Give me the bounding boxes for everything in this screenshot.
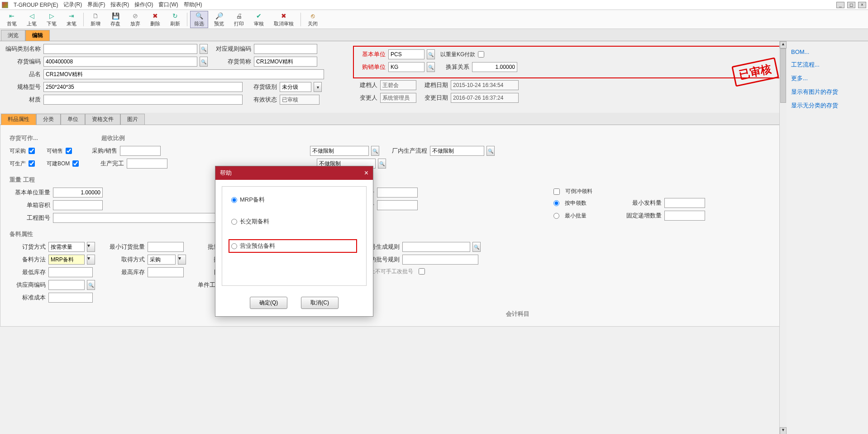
base-unit-lookup-icon[interactable]: 🔍: [427, 49, 435, 59]
get-mode-input[interactable]: [148, 255, 176, 265]
subtab-image[interactable]: 图片: [120, 114, 145, 125]
toolbar-下笔[interactable]: ▷下笔: [43, 11, 61, 28]
toolbar-上笔[interactable]: ◁上笔: [23, 11, 41, 28]
scroll-up-icon[interactable]: ▲: [780, 41, 787, 48]
toolbar-末笔[interactable]: ⇥末笔: [62, 11, 81, 28]
modal-close-icon[interactable]: ×: [364, 169, 368, 177]
min-order-input[interactable]: [148, 242, 184, 252]
min-stock-input[interactable]: [48, 267, 93, 277]
subtab-category[interactable]: 分类: [36, 114, 61, 125]
toolbar-刷新[interactable]: ↻刷新: [166, 11, 184, 28]
std-cost-input[interactable]: [48, 293, 93, 303]
max-stock-input[interactable]: [148, 267, 184, 277]
supplier-input[interactable]: [48, 280, 85, 290]
level-lookup-icon[interactable]: ▾: [314, 82, 322, 92]
factory-flow-input[interactable]: [430, 146, 484, 156]
order-mode-dropdown-icon[interactable]: ▾: [87, 242, 95, 252]
subtab-qual[interactable]: 资格文件: [85, 114, 120, 125]
by-apply-radio[interactable]: [553, 200, 559, 206]
purchase-sale-input[interactable]: [120, 146, 161, 156]
menu-record[interactable]: 记录(R): [63, 1, 82, 9]
name-input[interactable]: [43, 69, 324, 79]
limit2-lookup-icon[interactable]: 🔍: [378, 159, 386, 169]
sale-unit-lookup-icon[interactable]: 🔍: [427, 62, 435, 72]
stock-code-input[interactable]: [43, 57, 197, 67]
barcode-input[interactable]: [377, 200, 418, 210]
restore-button[interactable]: ◻: [847, 2, 855, 8]
toolbar-审核[interactable]: ✔审核: [250, 11, 268, 28]
can-reverse-checkbox[interactable]: [553, 188, 560, 195]
menu-op[interactable]: 操作(O): [134, 1, 153, 9]
sellable-checkbox[interactable]: [66, 148, 72, 154]
prep-method-input[interactable]: [48, 255, 85, 265]
batch-rule-lookup-icon[interactable]: 🔍: [472, 242, 481, 252]
weight-pay-checkbox[interactable]: [478, 51, 484, 58]
menu-report[interactable]: 报表(R): [110, 1, 129, 9]
subtab-unit[interactable]: 单位: [61, 114, 85, 125]
toolbar-关闭[interactable]: ⎋关闭: [304, 11, 322, 28]
stock-abbr-input[interactable]: [254, 57, 317, 67]
toolbar-删除[interactable]: ✖删除: [146, 11, 164, 28]
prep-method-dropdown-icon[interactable]: ▾: [87, 255, 95, 265]
link-process[interactable]: 工艺流程...: [791, 58, 863, 72]
tab-edit[interactable]: 编辑: [25, 30, 50, 41]
toolbar-首笔[interactable]: ⇤首笔: [3, 11, 21, 28]
rule-code-input[interactable]: [254, 44, 317, 54]
toolbar-预览[interactable]: 🔎预览: [210, 11, 228, 28]
scroll-down-icon[interactable]: ▼: [780, 427, 787, 434]
toolbar-新增[interactable]: 🗋新增: [86, 11, 105, 28]
box-vol-input[interactable]: [53, 200, 103, 210]
toolbar-取消审核[interactable]: ✖取消审核: [270, 11, 298, 28]
minimize-button[interactable]: _: [836, 2, 844, 8]
factory-flow-lookup-icon[interactable]: 🔍: [486, 146, 495, 156]
level-input[interactable]: [280, 82, 311, 92]
by-batch-radio[interactable]: [553, 213, 559, 219]
menu-window[interactable]: 窗口(W): [158, 1, 178, 9]
material-input[interactable]: [43, 95, 243, 105]
batch-rule-input[interactable]: [402, 242, 470, 252]
scrollbar[interactable]: ▲ ▼: [779, 41, 787, 434]
customs-input[interactable]: [377, 188, 418, 198]
supplier-lookup-icon[interactable]: 🔍: [87, 280, 95, 290]
modal-cancel-button[interactable]: 取消(C): [301, 297, 339, 309]
tab-browse[interactable]: 浏览: [1, 30, 25, 41]
toolbar-筛选[interactable]: 🔍筛选: [190, 11, 208, 28]
spec-input[interactable]: [43, 82, 243, 92]
toolbar-打印[interactable]: 🖨打印: [230, 11, 248, 28]
link-bom[interactable]: BOM...: [791, 46, 863, 58]
producible-checkbox[interactable]: [29, 160, 35, 167]
prod-done-input[interactable]: [127, 159, 167, 169]
modal-opt1-radio[interactable]: [231, 197, 237, 203]
limit1-input[interactable]: [310, 146, 369, 156]
close-button[interactable]: ×: [858, 2, 866, 8]
link-no-category[interactable]: 显示无分类的存货: [791, 99, 863, 112]
order-mode-input[interactable]: [48, 242, 85, 252]
no-manual-checkbox[interactable]: [419, 268, 425, 275]
link-with-image[interactable]: 显示有图片的存货: [791, 85, 863, 99]
get-mode-dropdown-icon[interactable]: ▾: [178, 255, 186, 265]
link-more[interactable]: 更多...: [791, 72, 863, 85]
used-rule-input[interactable]: [402, 255, 478, 265]
conv-input[interactable]: [472, 62, 517, 72]
toolbar-label: 新增: [91, 20, 100, 27]
can-bom-checkbox[interactable]: [72, 160, 79, 167]
modal-opt2-radio[interactable]: [231, 219, 237, 225]
modal-ok-button[interactable]: 确定(Q): [250, 297, 287, 309]
limit1-lookup-icon[interactable]: 🔍: [371, 146, 379, 156]
subtab-item-attr[interactable]: 料品属性: [1, 114, 36, 125]
base-unit-input[interactable]: [388, 49, 424, 59]
code-class-lookup-icon[interactable]: 🔍: [200, 44, 208, 54]
code-class-input[interactable]: [43, 44, 197, 54]
purchasable-checkbox[interactable]: [29, 148, 35, 154]
menu-ui[interactable]: 界面(F): [87, 1, 105, 9]
menu-help[interactable]: 帮助(H): [184, 1, 202, 9]
modal-opt3-radio[interactable]: [231, 243, 237, 249]
toolbar-存盘[interactable]: 💾存盘: [106, 11, 124, 28]
fixed-inc-input[interactable]: [664, 211, 705, 221]
sale-unit-input[interactable]: [388, 62, 424, 72]
min-issue-input[interactable]: [664, 198, 705, 208]
base-weight-input[interactable]: [53, 188, 103, 198]
toolbar-放弃[interactable]: ⊘放弃: [126, 11, 144, 28]
stock-code-lookup-icon[interactable]: 🔍: [200, 57, 208, 67]
scroll-thumb[interactable]: [780, 48, 786, 103]
